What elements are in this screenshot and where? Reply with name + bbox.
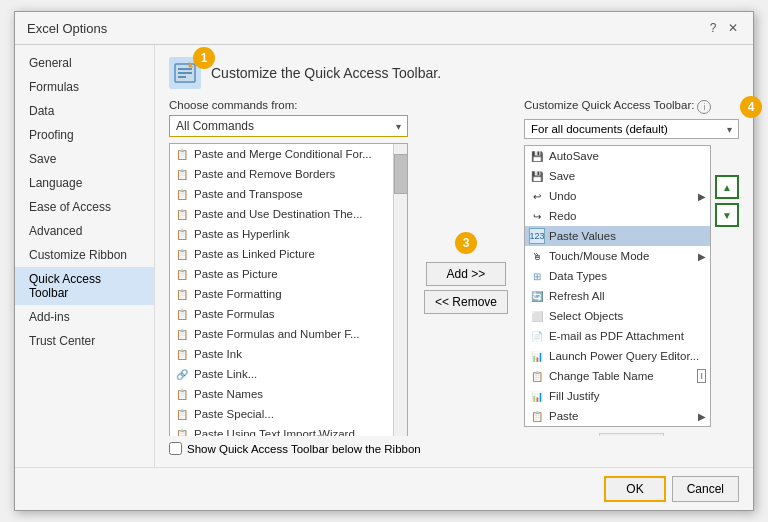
- paste-icon: 📋: [174, 286, 190, 302]
- ok-button[interactable]: OK: [604, 476, 665, 502]
- autosave-item[interactable]: 💾 AutoSave: [525, 146, 710, 166]
- list-item[interactable]: 📋 Paste as Linked Picture: [170, 244, 407, 264]
- list-item[interactable]: 📋 Paste and Remove Borders: [170, 164, 407, 184]
- info-icon[interactable]: i: [697, 100, 711, 114]
- touch-mouse-item[interactable]: 🖱 Touch/Mouse Mode ▶: [525, 246, 710, 266]
- section-title: Customize the Quick Access Toolbar.: [211, 65, 441, 81]
- modify-button[interactable]: Modify...: [599, 433, 664, 436]
- list-item[interactable]: 📋 Paste Formulas and Number F...: [170, 324, 407, 344]
- paste-icon: 📋: [174, 406, 190, 422]
- list-item[interactable]: 📋 Paste Using Text Import Wizard: [170, 424, 407, 436]
- badge-1: 1: [193, 47, 215, 69]
- paste-icon: 📋: [174, 426, 190, 436]
- fill-justify-icon: 📊: [529, 388, 545, 404]
- list-item[interactable]: 📋 Paste and Transpose: [170, 184, 407, 204]
- paste-icon: 📋: [174, 166, 190, 182]
- sidebar-item-advanced[interactable]: Advanced: [15, 219, 154, 243]
- dropdown-arrow-icon: ▾: [396, 121, 401, 132]
- choose-label: Choose commands from:: [169, 99, 408, 111]
- paste-right-icon: 📋: [529, 408, 545, 424]
- main-content: 1 Customize the Quick Access Toolbar. Ch…: [155, 45, 753, 467]
- list-item[interactable]: 📋 Paste Ink: [170, 344, 407, 364]
- data-types-icon: ⊞: [529, 268, 545, 284]
- link-icon: 🔗: [174, 366, 190, 382]
- commands-dropdown[interactable]: All Commands ▾: [169, 115, 408, 137]
- remove-button[interactable]: << Remove: [424, 290, 508, 314]
- paste-icon: 📋: [174, 346, 190, 362]
- scroll-thumb[interactable]: [394, 154, 408, 194]
- list-item[interactable]: 📋 Paste as Hyperlink: [170, 224, 407, 244]
- for-all-dropdown[interactable]: For all documents (default) ▾: [524, 119, 739, 139]
- power-query-icon: 📊: [529, 348, 545, 364]
- sidebar-item-data[interactable]: Data: [15, 99, 154, 123]
- list-item[interactable]: 🔗 Paste Link...: [170, 364, 407, 384]
- dialog-title: Excel Options: [27, 21, 107, 36]
- power-query-item[interactable]: 📊 Launch Power Query Editor...: [525, 346, 710, 366]
- table-badge: I: [697, 369, 706, 383]
- close-button[interactable]: ✕: [725, 20, 741, 36]
- refresh-all-item[interactable]: 🔄 Refresh All: [525, 286, 710, 306]
- show-toolbar-checkbox[interactable]: [169, 442, 182, 455]
- sidebar-item-add-ins[interactable]: Add-ins: [15, 305, 154, 329]
- scrollbar[interactable]: [393, 144, 407, 436]
- right-commands-list[interactable]: 💾 AutoSave 💾 Save ↩ Undo ▶: [524, 145, 711, 427]
- customize-label: Customize Quick Access Toolbar:: [524, 99, 694, 111]
- cancel-button[interactable]: Cancel: [672, 476, 739, 502]
- middle-buttons: 3 Add >> << Remove: [418, 99, 514, 436]
- list-item[interactable]: 📋 Paste Formatting: [170, 284, 407, 304]
- table-name-icon: 📋: [529, 368, 545, 384]
- paste-values-right-item[interactable]: 123 Paste Values: [525, 226, 710, 246]
- sidebar-item-language[interactable]: Language: [15, 171, 154, 195]
- fill-justify-item[interactable]: 📊 Fill Justify: [525, 386, 710, 406]
- email-pdf-item[interactable]: 📄 E-mail as PDF Attachment: [525, 326, 710, 346]
- sidebar-item-proofing[interactable]: Proofing: [15, 123, 154, 147]
- sidebar-item-quick-access-toolbar[interactable]: Quick Access Toolbar: [15, 267, 154, 305]
- sidebar-item-trust-center[interactable]: Trust Center: [15, 329, 154, 353]
- title-controls: ? ✕: [705, 20, 741, 36]
- move-up-button[interactable]: ▲: [715, 175, 739, 199]
- sidebar-item-general[interactable]: General: [15, 51, 154, 75]
- paste-icon: 📋: [174, 226, 190, 242]
- list-item[interactable]: 📋 Paste Formulas: [170, 304, 407, 324]
- sidebar-item-formulas[interactable]: Formulas: [15, 75, 154, 99]
- sidebar-item-customize-ribbon[interactable]: Customize Ribbon: [15, 243, 154, 267]
- right-panel: Customize Quick Access Toolbar: i For al…: [524, 99, 739, 436]
- section-header: 1 Customize the Quick Access Toolbar.: [169, 57, 739, 89]
- sidebar: GeneralFormulasDataProofingSaveLanguageE…: [15, 45, 155, 467]
- paste-icon: 📋: [174, 306, 190, 322]
- paste-icon: 📋: [174, 206, 190, 222]
- save-item[interactable]: 💾 Save: [525, 166, 710, 186]
- select-objects-item[interactable]: ⬜ Select Objects: [525, 306, 710, 326]
- title-bar: Excel Options ? ✕: [15, 12, 753, 45]
- sidebar-item-save[interactable]: Save: [15, 147, 154, 171]
- data-types-item[interactable]: ⊞ Data Types: [525, 266, 710, 286]
- list-item[interactable]: 📋 Paste and Merge Conditional For...: [170, 144, 407, 164]
- svg-rect-3: [178, 76, 186, 78]
- refresh-icon: 🔄: [529, 288, 545, 304]
- undo-item[interactable]: ↩ Undo ▶: [525, 186, 710, 206]
- paste-icon: 📋: [174, 386, 190, 402]
- help-button[interactable]: ?: [705, 20, 721, 36]
- list-item[interactable]: 📋 Paste Special...: [170, 404, 407, 424]
- paste-icon: 📋: [174, 266, 190, 282]
- show-toolbar-label: Show Quick Access Toolbar below the Ribb…: [187, 443, 421, 455]
- email-icon: 📄: [529, 328, 545, 344]
- badge-3: 3: [455, 232, 477, 254]
- paste-arrow-icon: ▶: [698, 411, 706, 422]
- paste-icon: 📋: [174, 246, 190, 262]
- commands-list[interactable]: 📋 Paste and Merge Conditional For... 📋 P…: [169, 143, 408, 436]
- add-button[interactable]: Add >>: [426, 262, 506, 286]
- show-toolbar-checkbox-row: Show Quick Access Toolbar below the Ribb…: [169, 442, 739, 455]
- list-item[interactable]: 📋 Paste as Picture: [170, 264, 407, 284]
- list-item[interactable]: 📋 Paste and Use Destination The...: [170, 204, 407, 224]
- right-list-area: 💾 AutoSave 💾 Save ↩ Undo ▶: [524, 145, 739, 427]
- list-item[interactable]: 📋 Paste Names: [170, 384, 407, 404]
- change-table-name-item[interactable]: 📋 Change Table Name I: [525, 366, 710, 386]
- right-dropdown-arrow-icon: ▾: [727, 124, 732, 135]
- sidebar-item-ease-of-access[interactable]: Ease of Access: [15, 195, 154, 219]
- paste-icon: 📋: [174, 326, 190, 342]
- redo-item[interactable]: ↪ Redo: [525, 206, 710, 226]
- move-down-button[interactable]: ▼: [715, 203, 739, 227]
- paste-icon: 📋: [174, 146, 190, 162]
- paste-right-item[interactable]: 📋 Paste ▶: [525, 406, 710, 426]
